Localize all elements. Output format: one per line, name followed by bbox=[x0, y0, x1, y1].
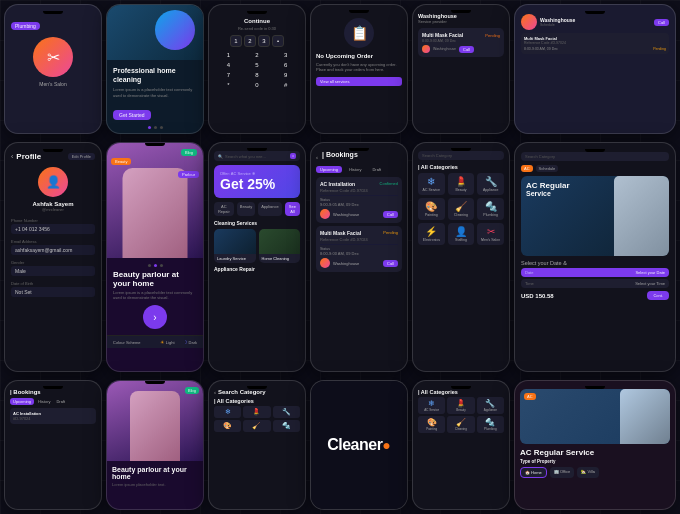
cat-mens-salon[interactable]: ✂ Men's Salon bbox=[477, 223, 504, 245]
search-cat-small: Search Category bbox=[218, 389, 266, 395]
edit-profile-button[interactable]: Edit Profile bbox=[68, 153, 95, 160]
search-bar[interactable]: 🔍 Search what you nee... ≡ bbox=[214, 151, 300, 161]
cat-appliance[interactable]: 🔧 Appliance bbox=[477, 173, 504, 195]
call-btn-top[interactable]: Call bbox=[654, 19, 669, 26]
tab-upcoming-small[interactable]: Upcoming bbox=[10, 398, 34, 405]
view-services-button[interactable]: View all services bbox=[316, 77, 402, 86]
call-button[interactable]: Call bbox=[459, 46, 474, 53]
key-6[interactable]: 6 bbox=[272, 61, 299, 69]
light-label[interactable]: Light bbox=[166, 340, 175, 345]
ac-tag-badge: AC bbox=[524, 393, 536, 400]
cat-plumbing[interactable]: 🔩 Plumbing bbox=[477, 198, 504, 220]
dot-1 bbox=[148, 264, 151, 267]
key-3[interactable]: 3 bbox=[272, 51, 299, 59]
ac-s[interactable]: ❄ AC Service bbox=[418, 397, 445, 414]
cat-beauty[interactable]: Beauty bbox=[237, 202, 255, 216]
key-4[interactable]: 4 bbox=[215, 61, 242, 69]
ac-service-title: AC Regular Service bbox=[520, 448, 670, 457]
date-field[interactable]: Date Select your Date bbox=[521, 268, 669, 277]
cleaning-s[interactable]: 🧹 Cleaning bbox=[447, 416, 474, 433]
back-btn[interactable]: ‹ bbox=[316, 154, 318, 160]
cat-see-all[interactable]: See All bbox=[285, 202, 300, 216]
beauty-description: Lorem ipsum is a placeholder text common… bbox=[113, 290, 197, 300]
booking-item-1[interactable]: AC Installation Confirmed Reference Code… bbox=[316, 177, 402, 223]
category-search[interactable]: Search Category bbox=[418, 151, 504, 160]
otp-cell-2[interactable]: 2 bbox=[244, 35, 256, 47]
property-home[interactable]: 🏠 Home bbox=[520, 467, 547, 478]
profile-title: Profile bbox=[16, 152, 41, 161]
appliance-s[interactable]: 🔧 Appliance bbox=[477, 397, 504, 414]
no-order-description: Currently you don't have any upcoming or… bbox=[316, 62, 402, 72]
p12-search[interactable]: Search Category bbox=[521, 152, 669, 161]
service-home-cleaning[interactable]: Home Cleaning bbox=[259, 229, 301, 263]
tab-upcoming[interactable]: Upcoming bbox=[316, 166, 342, 173]
cat-cleaning[interactable]: 🧹 Cleaning bbox=[448, 198, 475, 220]
key-7[interactable]: 7 bbox=[215, 71, 242, 79]
time-field[interactable]: Time Select your Time bbox=[521, 279, 669, 288]
back-small[interactable]: ‹ bbox=[214, 389, 216, 395]
cat-ac-repair[interactable]: AC Repair bbox=[214, 202, 234, 216]
cleaning-title: Professional home cleaning bbox=[113, 66, 197, 84]
appliance-cat-small[interactable]: 🔧 bbox=[273, 406, 300, 418]
otp-cell-1[interactable]: 1 bbox=[230, 35, 242, 47]
otp-cell-3[interactable]: 3 bbox=[258, 35, 270, 47]
beauty-person-image bbox=[123, 168, 188, 258]
continue-btn[interactable]: Cont. bbox=[647, 291, 669, 300]
key-5[interactable]: 5 bbox=[244, 61, 271, 69]
bookings-small-title: | Bookings bbox=[10, 389, 96, 395]
booking-item-2[interactable]: Multi Mask Facial Pending Reference Code… bbox=[316, 226, 402, 272]
plumbing-cat-small[interactable]: 🔩 bbox=[273, 420, 300, 432]
provider2-avatar bbox=[320, 258, 330, 268]
date-label: Date bbox=[525, 270, 533, 275]
person-image-ac bbox=[620, 389, 670, 444]
get-started-button[interactable]: Get Started bbox=[113, 110, 151, 120]
painting-label: Painting bbox=[421, 213, 442, 217]
tab-draft[interactable]: Draft bbox=[368, 166, 385, 173]
painting-label-s: Painting bbox=[420, 427, 443, 431]
tab-history[interactable]: History bbox=[345, 166, 365, 173]
next-button[interactable]: › bbox=[143, 305, 167, 329]
service-laundry[interactable]: Laundry Service bbox=[214, 229, 256, 263]
key-0[interactable]: 0 bbox=[244, 81, 271, 89]
tab-draft-small[interactable]: Draft bbox=[54, 398, 67, 405]
cat-ac-service[interactable]: ❄ AC Service bbox=[418, 173, 445, 195]
dark-label[interactable]: Dark bbox=[189, 340, 197, 345]
dot-2-active bbox=[154, 264, 157, 267]
date-value: Select your Date bbox=[635, 270, 665, 275]
plumbing-s[interactable]: 🔩 Plumbing bbox=[477, 416, 504, 433]
property-villa[interactable]: 🏡 Villa bbox=[577, 467, 599, 478]
plumbing-icon-s: 🔩 bbox=[479, 418, 502, 427]
key-1[interactable]: 1 bbox=[215, 51, 242, 59]
cat-appliance[interactable]: Appliance bbox=[258, 202, 282, 216]
time-label: Time bbox=[525, 281, 534, 286]
phone-otp: Continue Re-send code in 0:30 1 2 3 • 12… bbox=[208, 4, 306, 134]
otp-cell-4[interactable]: • bbox=[272, 35, 284, 47]
cleaner-wordmark: Cleaner bbox=[327, 436, 382, 453]
cat-beauty[interactable]: 💄 Beauty bbox=[448, 173, 475, 195]
booking-time: 8:00-9:00 AM, 09 Dec bbox=[422, 39, 500, 43]
key-hash[interactable]: # bbox=[272, 81, 299, 89]
ac-cat-small[interactable]: ❄ bbox=[214, 406, 241, 418]
tab-history-small[interactable]: History bbox=[36, 398, 52, 405]
beauty-s[interactable]: 💄 Beauty bbox=[447, 397, 474, 414]
call-btn-2[interactable]: Call bbox=[383, 260, 398, 267]
painting-cat-small[interactable]: 🎨 bbox=[214, 420, 241, 432]
key-8[interactable]: 8 bbox=[244, 71, 271, 79]
service-label: Men's Salon bbox=[11, 81, 95, 87]
cleaning-cat-small[interactable]: 🧹 bbox=[243, 420, 270, 432]
key-2[interactable]: 2 bbox=[244, 51, 271, 59]
back-icon[interactable]: ‹ bbox=[11, 153, 13, 160]
key-star[interactable]: * bbox=[215, 81, 242, 89]
key-9[interactable]: 9 bbox=[272, 71, 299, 79]
offer-card[interactable]: Offer: AC Service ❄ Get 25% bbox=[214, 165, 300, 198]
beauty-cat-small[interactable]: 💄 bbox=[243, 406, 270, 418]
search-placeholder: Search Category bbox=[422, 153, 452, 158]
cat-staffing[interactable]: 👤 Staffing bbox=[448, 223, 475, 245]
painting-s[interactable]: 🎨 Painting bbox=[418, 416, 445, 433]
cat-painting[interactable]: 🎨 Painting bbox=[418, 198, 445, 220]
call-btn-1[interactable]: Call bbox=[383, 211, 398, 218]
cleaner-dot: ● bbox=[382, 437, 390, 453]
ac-label: AC Service bbox=[421, 188, 442, 192]
cat-electronics[interactable]: ⚡ Electronics bbox=[418, 223, 445, 245]
property-office[interactable]: 🏢 Office bbox=[550, 467, 575, 478]
